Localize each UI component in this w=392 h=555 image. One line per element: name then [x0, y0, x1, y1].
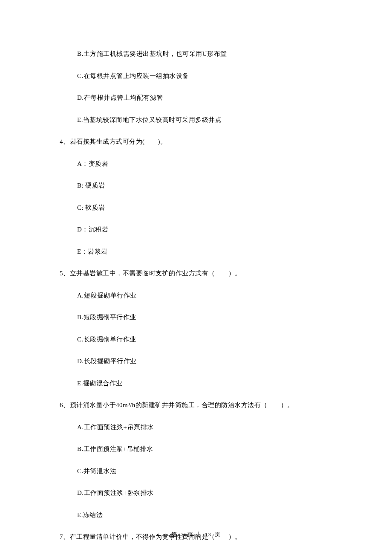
document-body: B.土方施工机械需要进出基坑时，也可采用U形布置 C.在每根井点管上均应装一组抽… [60, 49, 332, 555]
q6-option-e: E.冻结法 [60, 510, 332, 520]
q5-option-b: B.短段掘砌平行作业 [60, 312, 332, 322]
page-footer: 第 2 页 共 13 页 [0, 531, 392, 538]
footer-current-page: 2 [181, 531, 184, 538]
q4-option-c: C: 软质岩 [60, 203, 332, 213]
q4-option-e: E：岩浆岩 [60, 247, 332, 257]
q4-option-a: A：变质岩 [60, 159, 332, 169]
q4-text: 4、岩石按其生成方式可分为( )。 [60, 137, 332, 147]
q5-option-d: D.长段掘砌平行作业 [60, 356, 332, 366]
q3-option-d: D.在每根井点管上均配有滤管 [60, 93, 332, 103]
footer-suffix: 页 [215, 531, 221, 538]
q3-option-c: C.在每根井点管上均应装一组抽水设备 [60, 71, 332, 81]
q4-option-b: B: 硬质岩 [60, 181, 332, 191]
footer-middle: 页 共 [187, 531, 201, 538]
q6-text: 6、预计涌水量小于40m³/h的新建矿井井筒施工，合理的防治水方法有（ ）。 [60, 400, 332, 410]
q5-option-a: A.短段掘砌单行作业 [60, 291, 332, 301]
q6-option-a: A.工作面预注浆+吊泵排水 [60, 422, 332, 432]
q6-option-c: C.井筒泄水法 [60, 466, 332, 476]
footer-prefix: 第 [171, 531, 177, 538]
q5-text: 5、立井基岩施工中，不需要临时支护的作业方式有（ ）。 [60, 269, 332, 278]
q5-option-c: C.长段掘砌单行作业 [60, 335, 332, 344]
q3-option-e: E.当基坑较深而地下水位又较高时可采用多级井点 [60, 115, 332, 125]
q5-option-e: E.掘砌混合作业 [60, 379, 332, 388]
q3-option-b: B.土方施工机械需要进出基坑时，也可采用U形布置 [60, 49, 332, 59]
q6-option-d: D.工作面预注浆+卧泵排水 [60, 488, 332, 498]
q6-option-b: B.工作面预注浆+吊桶排水 [60, 444, 332, 454]
q4-option-d: D：沉积岩 [60, 225, 332, 234]
footer-total-pages: 13 [205, 531, 211, 538]
